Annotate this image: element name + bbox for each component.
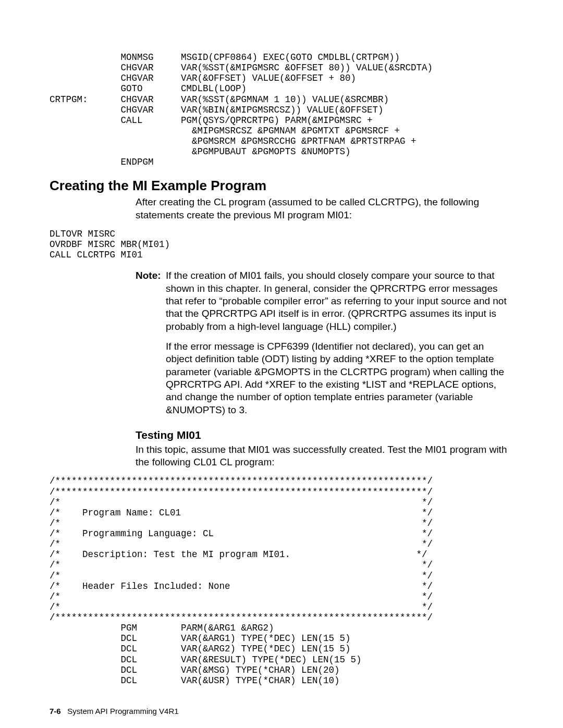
heading-testing-mi01: Testing MI01: [136, 429, 516, 441]
code-block-top: MONMSG MSGID(CPF0864) EXEC(GOTO CMDLBL(C…: [50, 52, 516, 167]
para-test-intro: In this topic, assume that MI01 was succ…: [136, 443, 511, 469]
code-block-bottom: /***************************************…: [50, 476, 516, 686]
footer-page-number: 7-6: [50, 707, 61, 715]
para-create-intro: After creating the CL program (assumed t…: [136, 196, 511, 221]
code-block-mid: DLTOVR MISRC OVRDBF MISRC MBR(MI01) CALL…: [50, 229, 516, 260]
note-label: Note:: [136, 269, 166, 333]
note-body-2: If the error message is CPF6399 (Identif…: [166, 340, 511, 416]
heading-creating-mi-example: Creating the MI Example Program: [50, 178, 516, 194]
note-block: Note: If the creation of MI01 fails, you…: [136, 269, 511, 416]
footer-book-title: System API Programming V4R1: [67, 707, 178, 715]
note-body-1: If the creation of MI01 fails, you shoul…: [166, 269, 511, 333]
page-footer: 7-6 System API Programming V4R1: [50, 707, 516, 715]
page-content: MONMSG MSGID(CPF0864) EXEC(GOTO CMDLBL(C…: [0, 0, 563, 728]
